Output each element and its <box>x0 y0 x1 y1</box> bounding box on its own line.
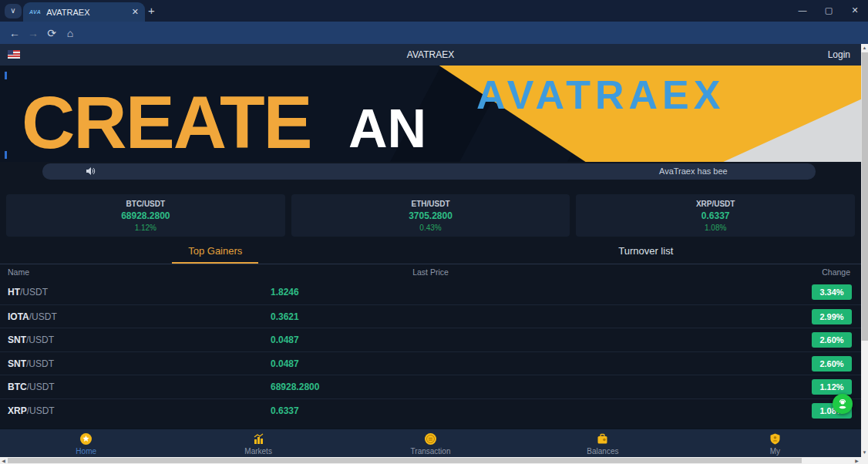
change-badge: 3.34% <box>812 284 852 300</box>
reload-icon[interactable]: ⟳ <box>43 25 60 42</box>
ticker-symbol: BTC/USDT <box>6 200 285 208</box>
column-last-price: Last Price <box>0 267 861 277</box>
table-row[interactable]: HT/USDT 1.8246 3.34% <box>0 281 861 304</box>
table-row[interactable]: IOTA/USDT 0.3621 2.99% <box>0 304 861 328</box>
customer-support-button[interactable] <box>833 394 853 414</box>
market-list-tabs: Top Gainers Turnover list <box>0 240 861 264</box>
announcement-marquee[interactable]: AvaTraex has bee <box>42 163 816 180</box>
window-minimize-button[interactable]: — <box>789 0 816 20</box>
banner-headline-create: CREATE <box>22 94 311 152</box>
bar-chart-icon <box>172 432 344 446</box>
scroll-up-icon[interactable]: ▲ <box>861 44 868 52</box>
horizontal-scrollbar-thumb[interactable] <box>8 458 802 463</box>
table-row[interactable]: BTC/USDT 68928.2800 1.12% <box>0 375 861 398</box>
nav-item-markets[interactable]: Markets <box>172 429 344 459</box>
banner-edge-accent <box>5 72 7 79</box>
home-star-icon <box>0 432 172 446</box>
scroll-down-icon[interactable]: ▼ <box>861 449 868 456</box>
pair-name: SNT/USDT <box>8 358 54 369</box>
speaker-icon <box>85 166 96 180</box>
browser-titlebar: ∨ AVA AVATRAEX ✕ + — ▢ ✕ <box>0 0 868 22</box>
ticker-symbol: XRP/USDT <box>576 200 855 208</box>
shield-icon <box>689 432 861 446</box>
change-badge: 2.60% <box>812 356 852 372</box>
pair-price: 0.3621 <box>271 311 299 322</box>
site-header: AVATRAEX Login <box>0 44 861 66</box>
browser-tab[interactable]: AVA AVATRAEX ✕ <box>23 2 145 22</box>
table-row[interactable]: SNT/USDT 0.0487 2.60% <box>0 328 861 351</box>
pair-name: HT/USDT <box>8 287 48 298</box>
announcement-text: AvaTraex has bee <box>659 166 728 176</box>
back-icon[interactable]: ← <box>6 25 23 42</box>
bottom-navigation: Home Markets Transaction Balances My <box>0 428 861 459</box>
browser-toolbar: ← → ⟳ ⌂ avatraen.com/m/index.html ☆ | ⋮ <box>0 22 868 44</box>
pair-price: 68928.2800 <box>271 382 319 392</box>
tab-turnover-list[interactable]: Turnover list <box>431 245 862 257</box>
webpage: AVATRAEX Login CREATE AN AVATRAEX AvaTra… <box>0 44 861 464</box>
pair-price: 0.0487 <box>271 335 299 345</box>
tab-search-icon[interactable]: ∨ <box>5 4 22 18</box>
ticker-card-eth[interactable]: ETH/USDT 3705.2800 0.43% <box>291 194 570 237</box>
vertical-scrollbar-thumb[interactable] <box>861 52 868 341</box>
ticker-card-btc[interactable]: BTC/USDT 68928.2800 1.12% <box>6 194 285 237</box>
ticker-price: 3705.2800 <box>291 210 570 221</box>
ticker-card-xrp[interactable]: XRP/USDT 0.6337 1.08% <box>576 194 855 237</box>
column-change: Change <box>822 267 850 277</box>
window-maximize-button[interactable]: ▢ <box>816 0 842 20</box>
scroll-left-icon[interactable]: ◀ <box>0 457 7 464</box>
scrollbar-corner <box>861 457 868 464</box>
ticker-change: 1.08% <box>576 224 855 232</box>
table-header: Name Last Price Change <box>0 267 861 281</box>
banner-brand-text: AVATRAEX <box>476 72 725 118</box>
nav-item-balances[interactable]: Balances <box>516 429 688 459</box>
pair-price: 1.8246 <box>271 287 299 298</box>
ticker-symbol: ETH/USDT <box>291 200 570 208</box>
site-title: AVATRAEX <box>0 49 861 60</box>
ticker-price: 0.6337 <box>576 210 855 221</box>
tab-title: AVATRAEX <box>46 8 126 17</box>
home-icon[interactable]: ⌂ <box>62 25 79 42</box>
pair-name: BTC/USDT <box>8 382 55 392</box>
change-badge: 1.12% <box>812 379 852 395</box>
nav-item-transaction[interactable]: Transaction <box>345 429 516 459</box>
forward-icon[interactable]: → <box>25 25 42 42</box>
table-row[interactable]: XRP/USDT 0.6337 1.08% <box>0 398 861 422</box>
change-badge: 2.60% <box>812 332 852 348</box>
login-link[interactable]: Login <box>828 49 850 60</box>
window-close-button[interactable]: ✕ <box>842 0 868 20</box>
site-favicon: AVA <box>29 9 41 15</box>
change-badge: 2.99% <box>812 309 852 324</box>
table-row[interactable]: SNT/USDT 0.0487 2.60% <box>0 351 861 375</box>
pair-price: 0.0487 <box>271 358 299 369</box>
banner-edge-accent <box>5 151 7 159</box>
ticker-price: 68928.2800 <box>6 210 285 221</box>
pair-name: IOTA/USDT <box>8 311 57 322</box>
promo-banner[interactable]: CREATE AN AVATRAEX <box>0 66 861 162</box>
nav-item-my[interactable]: My <box>689 429 861 459</box>
tab-close-icon[interactable]: ✕ <box>132 7 139 17</box>
pair-price: 0.6337 <box>271 405 299 416</box>
tab-top-gainers[interactable]: Top Gainers <box>0 245 431 257</box>
pair-name: XRP/USDT <box>8 405 55 416</box>
coin-icon <box>345 432 516 446</box>
banner-headline-an: AN <box>348 108 426 150</box>
pair-name: SNT/USDT <box>8 335 54 345</box>
new-tab-button[interactable]: + <box>148 4 155 17</box>
scroll-right-icon[interactable]: ▶ <box>853 457 860 464</box>
briefcase-icon <box>516 432 688 446</box>
ticker-change: 0.43% <box>291 224 570 232</box>
ticker-change: 1.12% <box>6 224 285 232</box>
nav-item-home[interactable]: Home <box>0 429 172 459</box>
